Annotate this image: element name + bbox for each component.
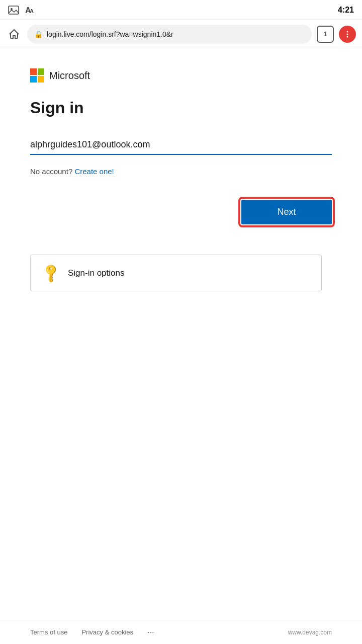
svg-point-4	[347, 31, 348, 32]
watermark-text: www.devag.com	[288, 629, 332, 636]
signin-options-label: Sign-in options	[68, 268, 124, 278]
tab-count-button[interactable]: 1	[317, 26, 334, 43]
no-account-text: No account? Create one!	[30, 167, 332, 176]
microsoft-logo: Microsoft	[30, 68, 332, 83]
sign-in-heading: Sign in	[30, 99, 332, 117]
home-button[interactable]	[6, 26, 22, 42]
font-icon: AA	[24, 5, 35, 16]
svg-point-6	[347, 36, 348, 37]
key-icon: 🔑	[40, 262, 62, 284]
microsoft-logo-text: Microsoft	[49, 70, 90, 82]
page-content: Microsoft Sign in No account? Create one…	[0, 48, 362, 620]
email-field-container	[30, 135, 332, 155]
create-account-link[interactable]: Create one!	[74, 167, 114, 176]
status-icons: AA	[8, 5, 35, 16]
url-text: login.live.com/login.srf?wa=wsignin1.0&r	[47, 30, 305, 38]
svg-rect-0	[9, 6, 19, 14]
signin-options-button[interactable]: 🔑 Sign-in options	[30, 255, 322, 291]
lock-icon: 🔒	[34, 30, 43, 38]
more-options[interactable]: ···	[147, 628, 154, 637]
menu-button[interactable]	[339, 26, 356, 43]
time-display: 4:21	[338, 6, 354, 15]
status-bar: AA 4:21	[0, 0, 362, 20]
privacy-link[interactable]: Privacy & cookies	[81, 628, 133, 636]
address-bar: 🔒 login.live.com/login.srf?wa=wsignin1.0…	[0, 20, 362, 48]
ms-grid-icon	[30, 68, 44, 83]
next-button-wrapper: Next	[30, 200, 332, 224]
terms-link[interactable]: Terms of use	[30, 628, 67, 636]
footer-links: Terms of use Privacy & cookies ···	[30, 628, 154, 637]
footer: Terms of use Privacy & cookies ··· www.d…	[0, 620, 362, 644]
url-bar[interactable]: 🔒 login.live.com/login.srf?wa=wsignin1.0…	[27, 25, 312, 44]
next-button[interactable]: Next	[241, 200, 332, 224]
image-icon	[8, 5, 19, 16]
email-input[interactable]	[30, 135, 332, 155]
svg-point-5	[347, 33, 348, 35]
svg-text:A: A	[30, 8, 34, 14]
